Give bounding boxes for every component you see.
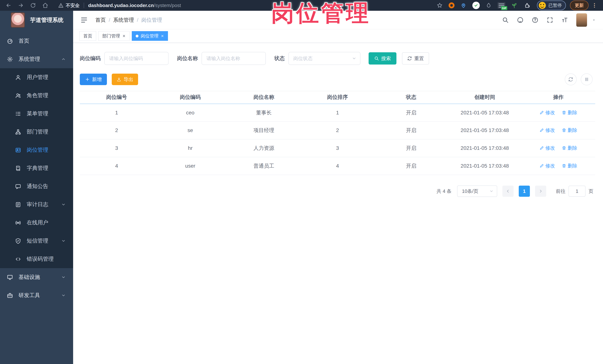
page-size-select[interactable]: 10条/页 [457, 186, 497, 197]
browser-forward-icon[interactable] [17, 1, 25, 10]
browser-reload-icon[interactable] [29, 1, 37, 10]
sidebar-item-error-code[interactable]: 错误码管理 [0, 250, 73, 268]
sidebar-item-label: 角色管理 [27, 92, 48, 99]
breadcrumb: 首页/系统管理/岗位管理 [95, 17, 162, 23]
extension-drop-icon[interactable] [485, 1, 493, 10]
sidebar-item-sms[interactable]: 短信管理 [0, 232, 73, 250]
current-page-button[interactable]: 1 [519, 186, 530, 197]
sidebar-item-user[interactable]: 用户管理 [0, 68, 73, 86]
app-logo[interactable]: 芋道管理系统 [0, 11, 73, 29]
search-icon [374, 56, 379, 61]
goto-prefix: 前往 [556, 188, 566, 195]
chevron-up-icon [61, 57, 66, 61]
post-code-input[interactable] [104, 52, 169, 65]
pencil-icon [540, 110, 544, 115]
cell-post-code: hr [153, 139, 227, 157]
github-icon[interactable] [517, 17, 523, 23]
hamburger-menu-icon[interactable] [80, 16, 88, 24]
tab-home[interactable]: 首页 [80, 31, 96, 41]
bookmark-star-icon[interactable] [436, 1, 444, 10]
extension-gif-icon[interactable]: GIF [498, 2, 505, 9]
font-size-icon[interactable] [561, 17, 568, 23]
table-header-cell: 岗位编号 [80, 91, 153, 104]
post-name-input[interactable] [202, 52, 266, 65]
table-utilities [565, 73, 593, 85]
sidebar-item-dev-tools[interactable]: 研发工具 [0, 286, 73, 305]
sidebar-item-label: 错误码管理 [27, 255, 54, 263]
sidebar-item-audit-log[interactable]: 审计日志 [0, 195, 73, 214]
delete-button[interactable]: 删除 [562, 127, 577, 133]
paused-label: 已暂停 [548, 2, 562, 8]
edit-button[interactable]: 修改 [540, 163, 555, 169]
help-icon[interactable] [532, 17, 538, 23]
browser-chrome: 不安全 dashboard.yudao.iocoder.cn/system/po… [0, 0, 603, 11]
tags-view-bar: 首页部门管理岗位管理 [73, 29, 603, 43]
sidebar-item-menu[interactable]: 菜单管理 [0, 105, 73, 123]
trash-icon [562, 164, 566, 168]
extension-plant-icon[interactable] [510, 1, 518, 10]
refresh-icon [407, 56, 412, 61]
log-icon [14, 202, 22, 208]
reset-button[interactable]: 重置 [402, 52, 429, 65]
extensions-puzzle-icon[interactable] [523, 1, 531, 10]
security-label: 不安全 [66, 2, 80, 9]
chevron-down-icon [61, 293, 66, 298]
close-icon[interactable] [122, 34, 126, 38]
browser-update-button[interactable]: 更新 [570, 0, 589, 10]
browser-menu-kebab-icon[interactable] [590, 1, 599, 10]
edit-button[interactable]: 修改 [540, 127, 555, 133]
caret-down-icon[interactable] [592, 18, 596, 22]
table-header-cell: 岗位编码 [153, 91, 227, 104]
extension-pin-icon[interactable] [459, 1, 467, 10]
prev-page-button[interactable] [502, 186, 513, 197]
sidebar-item-post[interactable]: 岗位管理 [0, 141, 73, 159]
post-code-label: 岗位编码 [80, 55, 101, 62]
sidebar-item-online-user[interactable]: 在线用户 [0, 214, 73, 232]
goto-page-input[interactable] [568, 186, 586, 197]
paused-extension-badge[interactable]: 已暂停 [537, 0, 566, 10]
status-select[interactable]: 岗位状态 [289, 52, 360, 65]
table-header-cell: 操作 [522, 91, 595, 104]
table-header-cell: 岗位排序 [301, 91, 374, 104]
browser-back-icon[interactable] [4, 1, 13, 10]
status-label: 状态 [274, 55, 285, 62]
sidebar-item-dept[interactable]: 部门管理 [0, 123, 73, 141]
extension-orange-ring-icon[interactable] [449, 2, 454, 8]
user-avatar[interactable] [576, 13, 587, 27]
main-area: 首页/系统管理/岗位管理 首页部门管理岗位管理 岗位编码 [73, 11, 603, 364]
edit-button[interactable]: 修改 [540, 110, 555, 116]
sidebar-item-home[interactable]: 首页 [0, 32, 73, 50]
breadcrumb-item[interactable]: 系统管理 [113, 17, 134, 23]
download-icon [116, 77, 121, 82]
sidebar-item-system[interactable]: 系统管理 [0, 50, 73, 68]
extension-check-icon[interactable] [472, 2, 480, 9]
search-button[interactable]: 搜索 [369, 52, 396, 65]
tab-post[interactable]: 岗位管理 [132, 31, 168, 41]
site-security-chip[interactable]: 不安全 [58, 2, 80, 9]
delete-button[interactable]: 删除 [562, 163, 577, 169]
breadcrumb-item[interactable]: 首页 [95, 17, 106, 23]
gif-lines [499, 3, 504, 4]
delete-button[interactable]: 删除 [562, 145, 577, 151]
next-page-button[interactable] [535, 186, 546, 197]
sidebar-item-role[interactable]: 角色管理 [0, 86, 73, 105]
filter-post-code: 岗位编码 [80, 52, 169, 65]
delete-button[interactable]: 删除 [562, 110, 577, 116]
role-icon [14, 93, 22, 99]
sidebar-item-notice[interactable]: 通知公告 [0, 177, 73, 195]
cell-status: 开启 [374, 139, 448, 157]
browser-home-icon[interactable] [41, 1, 49, 10]
tab-dept[interactable]: 部门管理 [98, 31, 129, 41]
sidebar-item-dict[interactable]: 字典管理 [0, 159, 73, 177]
close-icon[interactable] [161, 34, 164, 38]
refresh-table-button[interactable] [565, 73, 577, 85]
sidebar-item-infra[interactable]: 基础设施 [0, 268, 73, 286]
fullscreen-icon[interactable] [546, 17, 553, 23]
search-icon[interactable] [502, 17, 509, 23]
edit-button[interactable]: 修改 [540, 145, 555, 151]
divider [84, 3, 84, 8]
export-button[interactable]: 导出 [112, 74, 138, 85]
add-button[interactable]: 新增 [80, 74, 107, 85]
address-bar[interactable]: dashboard.yudao.iocoder.cn/system/post [88, 3, 181, 8]
column-settings-button[interactable] [581, 73, 593, 85]
